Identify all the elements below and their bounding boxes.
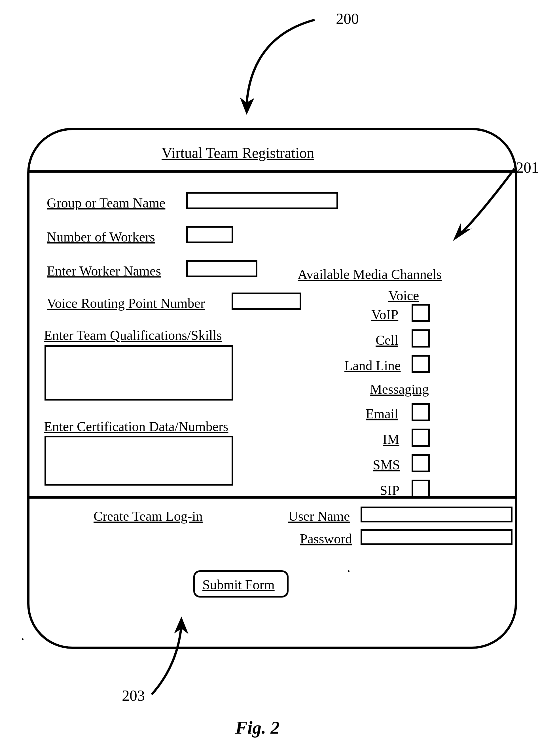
group-name-input-box[interactable] bbox=[187, 193, 337, 208]
email-label: Email bbox=[366, 406, 398, 421]
callout-203: 203 bbox=[122, 687, 145, 704]
channels-heading: Available Media Channels bbox=[298, 266, 442, 282]
login-heading: Create Team Log-in bbox=[93, 508, 203, 524]
im-label: IM bbox=[383, 431, 400, 447]
arrow-201 bbox=[459, 169, 515, 235]
landline-label: Land Line bbox=[344, 358, 401, 373]
sip-label: SIP bbox=[380, 483, 400, 498]
voip-checkbox[interactable] bbox=[412, 305, 429, 321]
submit-button-label[interactable]: Submit Form bbox=[202, 577, 275, 592]
password-label: Password bbox=[300, 531, 352, 547]
username-label: User Name bbox=[288, 508, 350, 524]
password-input-box[interactable] bbox=[361, 530, 511, 544]
patent-figure-page: 200 201 203 Virtual Team Registration Gr… bbox=[0, 0, 557, 756]
messaging-heading: Messaging bbox=[370, 381, 429, 397]
cert-label: Enter Certification Data/Numbers bbox=[44, 419, 228, 434]
figure-caption: Fig. 2 bbox=[235, 717, 280, 738]
page-dot bbox=[348, 570, 350, 572]
arrow-200 bbox=[246, 20, 315, 105]
callout-200: 200 bbox=[336, 10, 359, 28]
cell-label: Cell bbox=[376, 332, 398, 348]
callout-201: 201 bbox=[516, 159, 539, 176]
voice-heading: Voice bbox=[388, 288, 419, 303]
worker-names-input-box[interactable] bbox=[187, 261, 257, 277]
cell-checkbox[interactable] bbox=[412, 330, 429, 347]
arrow-203 bbox=[152, 625, 181, 695]
skills-label: Enter Team Qualifications/Skills bbox=[44, 327, 222, 343]
num-workers-label: Number of Workers bbox=[47, 229, 155, 244]
sms-checkbox[interactable] bbox=[412, 455, 429, 471]
worker-names-label: Enter Worker Names bbox=[47, 263, 161, 279]
cert-textarea[interactable] bbox=[46, 437, 232, 485]
landline-checkbox[interactable] bbox=[412, 356, 429, 372]
routing-number-input-box[interactable] bbox=[232, 293, 300, 309]
voip-label: VoIP bbox=[371, 307, 398, 322]
email-checkbox[interactable] bbox=[412, 404, 429, 420]
group-name-label: Group or Team Name bbox=[47, 195, 165, 211]
skills-textarea[interactable] bbox=[46, 346, 232, 400]
routing-label: Voice Routing Point Number bbox=[47, 295, 205, 311]
num-workers-input-box[interactable] bbox=[187, 227, 232, 242]
username-input-box[interactable] bbox=[361, 507, 511, 522]
figure-svg bbox=[0, 0, 557, 756]
sms-label: SMS bbox=[373, 457, 400, 472]
im-checkbox[interactable] bbox=[412, 430, 429, 446]
page-dot bbox=[22, 638, 24, 640]
form-title: Virtual Team Registration bbox=[162, 145, 314, 161]
sip-checkbox[interactable] bbox=[412, 481, 429, 497]
